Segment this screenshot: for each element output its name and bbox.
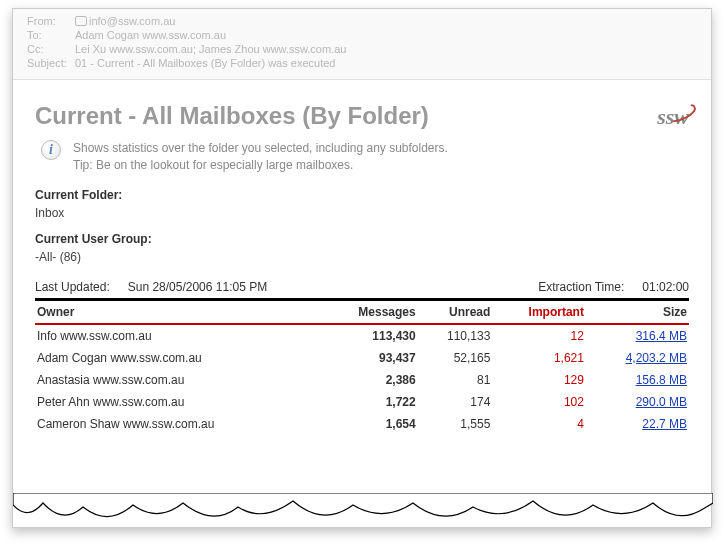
current-folder-label: Current Folder: (35, 188, 689, 202)
cell-important: 1,621 (492, 347, 586, 369)
cell-important: 4 (492, 413, 586, 435)
cell-size: 22.7 MB (586, 413, 689, 435)
cell-owner: Cameron Shaw www.ssw.com.au (35, 413, 321, 435)
extraction-time-label: Extraction Time: (538, 280, 624, 294)
col-messages: Messages (321, 301, 418, 324)
table-row: Cameron Shaw www.ssw.com.au1,6541,555422… (35, 413, 689, 435)
mailbox-table: Owner Messages Unread Important Size Inf… (35, 301, 689, 435)
from-value: info@ssw.com.au (89, 15, 175, 27)
last-updated-value: Sun 28/05/2006 11:05 PM (128, 280, 267, 294)
cell-messages: 2,386 (321, 369, 418, 391)
cell-unread: 174 (418, 391, 493, 413)
cell-owner: Anastasia www.ssw.com.au (35, 369, 321, 391)
cell-messages: 1,722 (321, 391, 418, 413)
current-folder-value: Inbox (35, 206, 689, 220)
torn-edge-decoration (13, 493, 713, 529)
info-line-1: Shows statistics over the folder you sel… (73, 141, 448, 155)
table-row: Info www.ssw.com.au113,430110,13312316.4… (35, 324, 689, 347)
size-link[interactable]: 316.4 MB (636, 329, 687, 343)
cell-size: 156.8 MB (586, 369, 689, 391)
to-value: Adam Cogan www.ssw.com.au (75, 29, 226, 41)
current-group-value: -All- (86) (35, 250, 689, 264)
info-icon: i (41, 140, 61, 160)
cell-messages: 113,430 (321, 324, 418, 347)
cell-important: 102 (492, 391, 586, 413)
cell-unread: 110,133 (418, 324, 493, 347)
cc-value: Lei Xu www.ssw.com.au; James Zhou www.ss… (75, 43, 346, 55)
cell-owner: Adam Cogan www.ssw.com.au (35, 347, 321, 369)
ssw-logo: ssw (657, 104, 689, 130)
cell-unread: 1,555 (418, 413, 493, 435)
table-row: Adam Cogan www.ssw.com.au93,43752,1651,6… (35, 347, 689, 369)
info-line-2: Tip: Be on the lookout for especially la… (73, 158, 353, 172)
cell-unread: 81 (418, 369, 493, 391)
from-label: From: (27, 15, 75, 27)
size-link[interactable]: 156.8 MB (636, 373, 687, 387)
cell-size: 316.4 MB (586, 324, 689, 347)
cell-messages: 1,654 (321, 413, 418, 435)
cell-important: 129 (492, 369, 586, 391)
table-header-row: Owner Messages Unread Important Size (35, 301, 689, 324)
current-group-label: Current User Group: (35, 232, 689, 246)
size-link[interactable]: 290.0 MB (636, 395, 687, 409)
to-label: To: (27, 29, 75, 41)
size-link[interactable]: 22.7 MB (642, 417, 687, 431)
last-updated-label: Last Updated: (35, 280, 110, 294)
cell-important: 12 (492, 324, 586, 347)
envelope-icon (75, 16, 87, 26)
subject-label: Subject: (27, 57, 75, 69)
email-report-container: From: info@ssw.com.au To: Adam Cogan www… (12, 8, 712, 528)
extraction-time-value: 01:02:00 (642, 280, 689, 294)
col-unread: Unread (418, 301, 493, 324)
cc-label: Cc: (27, 43, 75, 55)
size-link[interactable]: 4,203.2 MB (626, 351, 687, 365)
col-owner: Owner (35, 301, 321, 324)
cell-size: 4,203.2 MB (586, 347, 689, 369)
update-row: Last Updated: Sun 28/05/2006 11:05 PM Ex… (35, 278, 689, 301)
email-header-block: From: info@ssw.com.au To: Adam Cogan www… (13, 9, 711, 80)
cell-owner: Info www.ssw.com.au (35, 324, 321, 347)
table-row: Anastasia www.ssw.com.au2,38681129156.8 … (35, 369, 689, 391)
cell-messages: 93,437 (321, 347, 418, 369)
col-important: Important (492, 301, 586, 324)
cell-unread: 52,165 (418, 347, 493, 369)
subject-value: 01 - Current - All Mailboxes (By Folder)… (75, 57, 335, 69)
report-content: Current - All Mailboxes (By Folder) ssw … (13, 80, 711, 435)
page-title: Current - All Mailboxes (By Folder) (35, 102, 429, 130)
info-text: Shows statistics over the folder you sel… (73, 140, 448, 174)
cell-owner: Peter Ahn www.ssw.com.au (35, 391, 321, 413)
table-row: Peter Ahn www.ssw.com.au1,722174102290.0… (35, 391, 689, 413)
col-size: Size (586, 301, 689, 324)
cell-size: 290.0 MB (586, 391, 689, 413)
